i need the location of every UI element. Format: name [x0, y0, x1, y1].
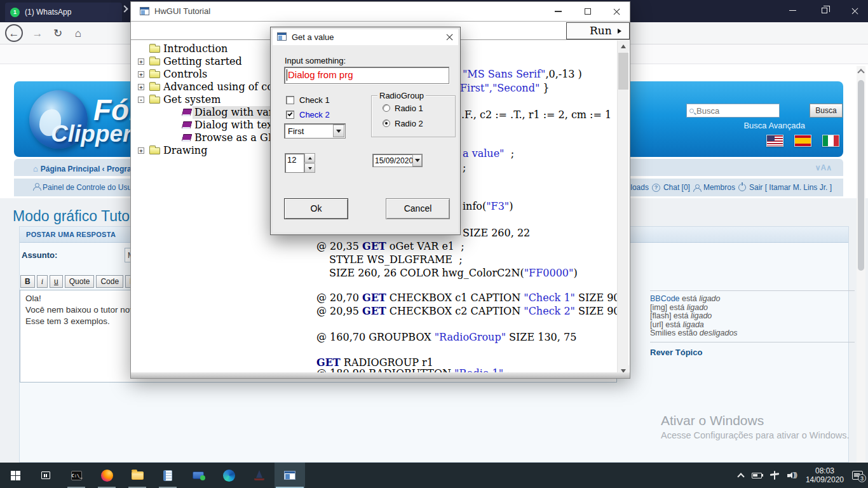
- radio1-label: Radio 1: [395, 104, 423, 113]
- bbcode-status-line: BBCode está ligado: [650, 295, 855, 304]
- tab-overflow-arrow-icon[interactable]: [121, 5, 128, 12]
- airplane-mode-icon[interactable]: [770, 471, 779, 480]
- reload-button[interactable]: ↻: [48, 24, 67, 43]
- taskbar-hwgui-button[interactable]: [275, 463, 305, 488]
- spinner-value[interactable]: 12: [285, 153, 304, 173]
- logout-link[interactable]: Sair [ Itamar M. Lins Jr. ]: [749, 183, 832, 192]
- value-input[interactable]: Dialog from prg: [284, 67, 449, 84]
- scroll-up-icon[interactable]: [857, 69, 864, 76]
- flag-italy[interactable]: [822, 135, 839, 147]
- dialog-icon: [277, 32, 287, 41]
- cancel-button[interactable]: Cancel: [386, 198, 450, 219]
- forward-button[interactable]: →: [28, 24, 47, 43]
- close-icon: [445, 33, 453, 41]
- code-line: SIZE 260, 26 COLOR hwg_ColorC2N("FF0000"…: [329, 267, 578, 279]
- check1-checkbox[interactable]: [286, 96, 294, 104]
- notepad-icon: [163, 470, 172, 481]
- taskbar-firefox-button[interactable]: [92, 463, 122, 488]
- search-button[interactable]: Busca: [810, 104, 843, 118]
- radio-dot-icon: [385, 122, 388, 125]
- home-button[interactable]: ⌂: [69, 24, 88, 43]
- font-size-widget[interactable]: ∨A∧: [815, 163, 832, 172]
- flag-us[interactable]: [766, 135, 783, 147]
- back-button[interactable]: ←: [5, 24, 23, 42]
- code-line: .F., c2 := .T., r1 := 2, cm := 1: [461, 109, 611, 121]
- format-button-b[interactable]: B: [20, 275, 35, 288]
- taskbar-start-button[interactable]: [0, 463, 31, 488]
- hwgui-maximize-button[interactable]: [574, 2, 602, 21]
- desktop: 1 (1) WhatsApp ← → ↻ ⌂ • ∨ ☆ ↓ JS Code M…: [0, 0, 868, 488]
- advanced-search-link[interactable]: Busca Avançada: [743, 121, 805, 130]
- scrollbar-thumb[interactable]: [618, 53, 628, 90]
- flag-spain[interactable]: [794, 135, 811, 147]
- taskbar: C:\_ ))) 08:03 14/09/2020 3: [0, 463, 868, 488]
- scrollbar-thumb[interactable]: [858, 80, 864, 271]
- taskbar-dev-tool-button[interactable]: [244, 463, 275, 488]
- dev-tool-icon: [254, 470, 264, 480]
- edge-icon: [223, 470, 235, 482]
- combo-select[interactable]: First: [284, 123, 346, 139]
- taskbar-remote-desktop-button[interactable]: [183, 463, 214, 488]
- whatsapp-icon: 1: [10, 8, 20, 17]
- format-button-u[interactable]: u: [50, 275, 63, 288]
- taskbar-terminal-button[interactable]: C:\_: [61, 463, 92, 488]
- code-line: @ 20,35 GET oGet VAR e1 ;: [316, 240, 465, 252]
- hwgui-close-button[interactable]: [602, 2, 630, 21]
- date-dropdown-button[interactable]: [412, 154, 422, 166]
- breadcrumb[interactable]: ⌂Página Principal ‹ Progra: [33, 164, 132, 173]
- browser-minimize-button[interactable]: [778, 0, 807, 21]
- code-line: First","Second" }: [460, 82, 550, 94]
- format-button-code[interactable]: Code: [96, 275, 123, 288]
- taskbar-edge-button[interactable]: [214, 463, 244, 488]
- dialog-titlebar[interactable]: Get a value: [273, 29, 458, 45]
- spinner-down-button[interactable]: [304, 163, 315, 173]
- user-control-panel-link[interactable]: Painel de Controle do Usuário: [33, 183, 144, 192]
- run-menu[interactable]: Run: [566, 22, 630, 39]
- ok-button[interactable]: Ok: [284, 198, 348, 219]
- hwgui-window-title: HwGUI Tutorial: [154, 6, 210, 16]
- radio1-button[interactable]: [383, 104, 390, 112]
- notification-center-button[interactable]: 3: [852, 471, 863, 480]
- code-line: info("F3"): [463, 200, 513, 212]
- volume-icon[interactable]: ))): [787, 471, 797, 479]
- format-button-i[interactable]: i: [37, 275, 48, 288]
- close-icon: [851, 7, 858, 15]
- radio2-button[interactable]: [383, 119, 390, 127]
- taskbar-file-explorer-button[interactable]: [122, 463, 153, 488]
- forum-search-box[interactable]: [686, 104, 780, 118]
- search-input[interactable]: [696, 106, 770, 116]
- combo-dropdown-button[interactable]: [333, 125, 344, 137]
- browser-tab-whatsapp[interactable]: 1 (1) WhatsApp: [5, 3, 122, 22]
- browser-close-button[interactable]: [840, 0, 868, 21]
- clock-time: 08:03: [806, 466, 844, 475]
- battery-icon[interactable]: [752, 473, 762, 478]
- review-topic-link[interactable]: Rever Tópico: [650, 348, 855, 357]
- spinner-buttons: [304, 153, 315, 173]
- dialog-close-button[interactable]: [445, 33, 453, 41]
- page-scrollbar[interactable]: [857, 66, 865, 463]
- chat-link[interactable]: Chat [0]: [663, 183, 690, 192]
- radio2-label: Radio 2: [395, 119, 423, 128]
- show-hidden-icons-button[interactable]: [737, 473, 744, 480]
- minimize-icon: [789, 10, 796, 11]
- taskbar-notepad-button[interactable]: [153, 463, 183, 488]
- code-scrollbar[interactable]: [617, 41, 628, 376]
- spinner-up-button[interactable]: [304, 153, 315, 163]
- bbcode-link[interactable]: BBCode: [650, 294, 680, 303]
- check2-checkbox[interactable]: [286, 111, 294, 119]
- hwgui-minimize-button[interactable]: [544, 2, 572, 21]
- subject-label: Assunto:: [22, 250, 57, 260]
- file-explorer-icon: [132, 471, 144, 480]
- divider: [650, 342, 855, 342]
- taskbar-clock[interactable]: 08:03 14/09/2020: [806, 466, 844, 484]
- combo-value: First: [288, 126, 304, 136]
- code-line: @ 20,70 GET CHECKBOX c1 CAPTION "Check 1…: [316, 292, 617, 304]
- browser-restore-button[interactable]: [810, 0, 839, 21]
- remote-desktop-icon: [193, 471, 204, 479]
- members-link[interactable]: Membros: [703, 183, 735, 192]
- check1-label: Check 1: [299, 95, 330, 105]
- hwgui-titlebar[interactable]: HwGUI Tutorial: [131, 2, 630, 22]
- format-button-quote[interactable]: Quote: [65, 275, 95, 288]
- scroll-up-button[interactable]: [618, 41, 629, 51]
- taskbar-task-view-button[interactable]: [31, 463, 61, 488]
